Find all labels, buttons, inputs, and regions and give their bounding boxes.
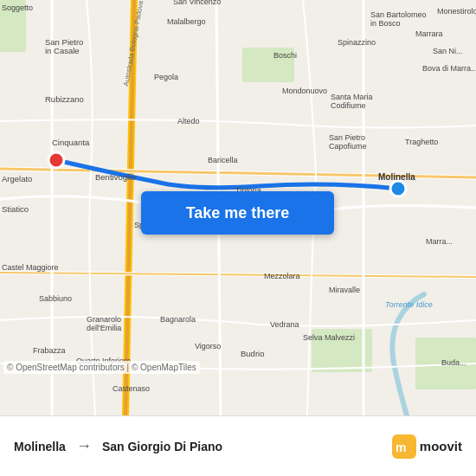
svg-text:Traghetto: Traghetto bbox=[405, 138, 438, 146]
svg-text:Rubizzano: Rubizzano bbox=[45, 94, 84, 104]
svg-text:Marra...: Marra... bbox=[426, 237, 453, 246]
svg-text:Baricella: Baricella bbox=[208, 156, 238, 164]
svg-text:in Bosco: in Bosco bbox=[370, 19, 401, 28]
svg-text:San Pietro: San Pietro bbox=[329, 133, 365, 142]
svg-text:San Bartolomeo: San Bartolomeo bbox=[370, 10, 427, 19]
moovit-icon: m bbox=[392, 434, 416, 459]
svg-text:San Vincenzo: San Vincenzo bbox=[173, 0, 221, 6]
map-container: San Pietro in Casale Rubizzano Cinquanta… bbox=[0, 0, 476, 415]
svg-text:Spinazzino: Spinazzino bbox=[338, 38, 376, 47]
svg-text:Molinella: Molinella bbox=[378, 172, 415, 182]
bottom-bar: Molinella → San Giorgio Di Piano m moovi… bbox=[0, 415, 476, 476]
svg-text:Altedo: Altedo bbox=[177, 117, 200, 125]
svg-text:Soggetto: Soggetto bbox=[2, 3, 33, 12]
moovit-logo: m moovit bbox=[392, 434, 462, 459]
svg-text:Argelato: Argelato bbox=[2, 174, 32, 183]
svg-text:m: m bbox=[396, 441, 406, 454]
svg-text:Granarolo: Granarolo bbox=[87, 315, 121, 324]
svg-text:Mondonuovo: Mondonuovo bbox=[282, 87, 327, 95]
svg-text:Vedrana: Vedrana bbox=[270, 320, 299, 329]
route-arrow-icon: → bbox=[76, 437, 92, 455]
svg-point-6 bbox=[390, 181, 406, 196]
svg-text:Bagnarola: Bagnarola bbox=[160, 315, 196, 324]
svg-text:Stiatico: Stiatico bbox=[2, 204, 29, 214]
svg-text:Boschi: Boschi bbox=[273, 51, 297, 60]
svg-text:in Casale: in Casale bbox=[45, 46, 80, 55]
svg-text:Bova di Marra...: Bova di Marra... bbox=[422, 64, 476, 73]
svg-text:Miravalle: Miravalle bbox=[329, 286, 360, 294]
route-info: Molinella → San Giorgio Di Piano m moovi… bbox=[14, 434, 462, 459]
svg-text:Cinquanta: Cinquanta bbox=[52, 138, 90, 147]
svg-text:Codifiume: Codifiume bbox=[331, 101, 366, 110]
svg-point-5 bbox=[48, 152, 64, 168]
svg-text:Buda...: Buda... bbox=[441, 358, 466, 367]
svg-text:Vigorso: Vigorso bbox=[195, 342, 221, 351]
svg-text:San Ni...: San Ni... bbox=[433, 47, 463, 55]
svg-text:Mezzolara: Mezzolara bbox=[264, 272, 300, 280]
svg-text:Castel Maggiore: Castel Maggiore bbox=[2, 263, 59, 272]
take-me-there-button[interactable]: Take me there bbox=[141, 191, 334, 235]
svg-text:dell'Emilia: dell'Emilia bbox=[87, 324, 121, 332]
svg-text:Sabbiuno: Sabbiuno bbox=[39, 294, 72, 303]
svg-text:Santa Maria: Santa Maria bbox=[331, 93, 373, 101]
svg-text:Frabazza: Frabazza bbox=[33, 346, 66, 355]
svg-text:Monestirolo: Monestirolo bbox=[437, 7, 476, 16]
svg-text:Bentivoglio: Bentivoglio bbox=[95, 172, 135, 182]
svg-text:Capofiume: Capofiume bbox=[329, 142, 367, 151]
svg-text:Malalbergo: Malalbergo bbox=[167, 17, 206, 26]
map-attribution: © OpenStreetMap contributors | © OpenMap… bbox=[3, 361, 200, 374]
route-to: San Giorgio Di Piano bbox=[102, 440, 222, 453]
svg-text:Budrio: Budrio bbox=[241, 349, 264, 358]
svg-text:Torrente Idice: Torrente Idice bbox=[385, 300, 433, 309]
route-from: Molinella bbox=[14, 440, 66, 453]
svg-text:Selva Malvezzi: Selva Malvezzi bbox=[303, 333, 355, 342]
svg-text:Castenaso: Castenaso bbox=[113, 384, 150, 393]
svg-text:Pegola: Pegola bbox=[154, 73, 178, 81]
svg-text:Marrara: Marrara bbox=[415, 29, 443, 38]
moovit-brand-text: moovit bbox=[420, 439, 462, 453]
